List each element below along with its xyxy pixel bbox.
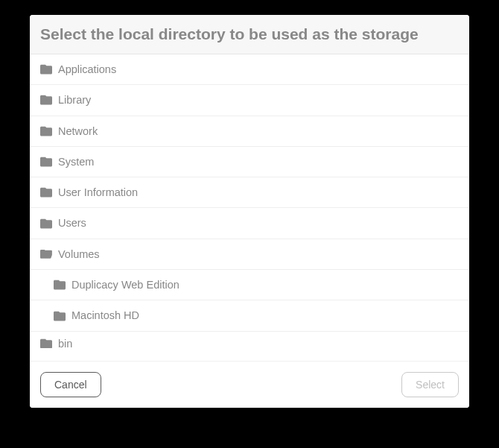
folder-icon xyxy=(40,187,52,198)
tree-label: Applications xyxy=(58,62,116,77)
tree-row-system[interactable]: System xyxy=(30,147,469,177)
tree-row-bin[interactable]: bin xyxy=(30,332,469,348)
tree-row-network[interactable]: Network xyxy=(30,116,469,147)
tree-row-library[interactable]: Library xyxy=(30,85,469,116)
tree-label: Users xyxy=(58,215,86,230)
folder-icon xyxy=(40,64,52,75)
tree-row-user-information[interactable]: User Information xyxy=(30,177,469,208)
folder-icon xyxy=(40,157,52,167)
tree-row-applications[interactable]: Applications xyxy=(30,54,469,85)
folder-icon xyxy=(54,280,66,290)
tree-row-users[interactable]: Users xyxy=(30,208,469,239)
tree-row-duplicacy-web-edition[interactable]: Duplicacy Web Edition xyxy=(30,270,469,300)
dialog-title: Select the local directory to be used as… xyxy=(40,25,459,43)
folder-icon xyxy=(40,95,52,105)
directory-picker-dialog: Select the local directory to be used as… xyxy=(30,15,469,408)
folder-icon xyxy=(40,218,52,229)
tree-label: Duplicacy Web Edition xyxy=(71,277,179,292)
directory-tree[interactable]: Applications Library Network System User xyxy=(30,54,469,361)
folder-icon xyxy=(40,338,52,348)
tree-label: Macintosh HD xyxy=(71,308,139,323)
folder-icon xyxy=(54,311,66,321)
tree-row-volumes[interactable]: Volumes xyxy=(30,239,469,270)
tree-label: bin xyxy=(58,336,72,348)
tree-label: System xyxy=(58,154,94,169)
dialog-header: Select the local directory to be used as… xyxy=(30,15,469,54)
cancel-button[interactable]: Cancel xyxy=(40,372,101,397)
tree-label: Network xyxy=(58,124,98,139)
tree-row-macintosh-hd[interactable]: Macintosh HD xyxy=(30,300,469,331)
folder-icon xyxy=(40,126,52,136)
select-button[interactable]: Select xyxy=(401,372,459,397)
tree-label: Volumes xyxy=(58,247,100,262)
tree-label: Library xyxy=(58,92,91,107)
dialog-footer: Cancel Select xyxy=(30,361,469,408)
tree-label: User Information xyxy=(58,185,138,200)
folder-open-icon xyxy=(40,249,52,259)
